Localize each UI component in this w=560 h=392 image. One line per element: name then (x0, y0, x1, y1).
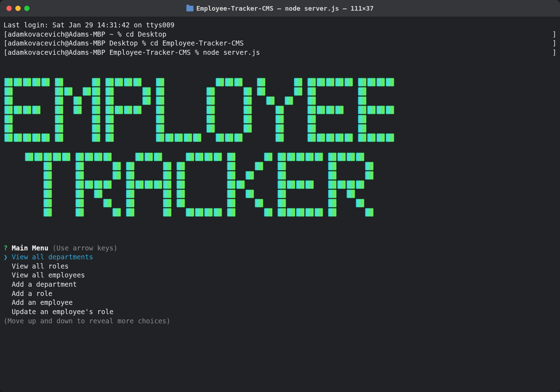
svg-rect-59 (174, 133, 183, 142)
svg-rect-158 (126, 171, 134, 180)
svg-rect-99 (307, 115, 316, 123)
svg-rect-225 (337, 180, 346, 189)
svg-rect-231 (356, 199, 364, 207)
svg-rect-24 (55, 96, 63, 105)
svg-rect-180 (186, 208, 194, 217)
svg-rect-101 (307, 133, 316, 142)
svg-rect-121 (376, 133, 385, 142)
menu-option[interactable]: Add an employee (4, 298, 556, 307)
svg-rect-43 (142, 96, 151, 105)
folder-icon (186, 6, 194, 11)
svg-rect-205 (278, 180, 286, 189)
svg-rect-122 (386, 133, 394, 142)
svg-rect-185 (264, 153, 273, 161)
svg-rect-88 (307, 78, 316, 86)
svg-rect-68 (243, 96, 252, 105)
svg-rect-34 (55, 133, 63, 142)
svg-rect-169 (126, 208, 134, 217)
svg-rect-113 (358, 106, 366, 114)
window-title: Employee-Tracker-CMS — node server.js — … (186, 5, 374, 12)
svg-rect-186 (227, 162, 236, 170)
titlebar[interactable]: Employee-Tracker-CMS — node server.js — … (0, 0, 560, 17)
maximize-button[interactable] (24, 6, 30, 11)
svg-rect-100 (307, 124, 316, 133)
menu-option[interactable]: View all employees (4, 271, 556, 280)
svg-rect-27 (55, 106, 63, 114)
svg-rect-184 (227, 153, 236, 161)
svg-rect-90 (326, 78, 334, 86)
svg-rect-120 (367, 133, 376, 142)
svg-rect-9 (23, 106, 31, 114)
svg-rect-91 (335, 78, 344, 86)
menu-option[interactable]: View all roles (4, 262, 556, 271)
pointer-icon: ❯ (4, 253, 7, 261)
svg-rect-155 (154, 153, 162, 161)
svg-rect-7 (4, 106, 13, 114)
svg-rect-37 (115, 78, 123, 86)
svg-rect-77 (234, 133, 243, 142)
svg-rect-134 (43, 208, 52, 217)
svg-rect-79 (294, 78, 302, 86)
svg-rect-133 (43, 199, 52, 207)
svg-rect-47 (133, 106, 142, 114)
svg-rect-125 (34, 153, 43, 161)
terminal-window: Employee-Tracker-CMS — node server.js — … (0, 0, 560, 392)
svg-rect-105 (344, 133, 353, 142)
svg-rect-3 (32, 78, 41, 86)
menu-header: ? Main Menu (Use arrow keys) (4, 244, 556, 253)
svg-rect-168 (163, 199, 171, 207)
close-button[interactable] (6, 6, 12, 11)
svg-rect-162 (144, 180, 153, 189)
svg-rect-152 (112, 208, 121, 217)
svg-rect-166 (163, 190, 171, 198)
svg-rect-11 (4, 115, 13, 123)
svg-rect-1 (14, 78, 22, 86)
svg-rect-4 (41, 78, 50, 86)
svg-rect-8 (14, 106, 22, 114)
menu-title: Main Menu (12, 244, 48, 252)
svg-rect-93 (307, 87, 316, 96)
menu-option[interactable]: Add a department (4, 280, 556, 289)
svg-rect-102 (317, 133, 325, 142)
svg-rect-42 (105, 96, 114, 105)
menu-option[interactable]: Update an employee's role (4, 307, 556, 317)
menu-option[interactable]: Add a role (4, 289, 556, 298)
svg-rect-131 (43, 180, 52, 189)
svg-rect-201 (305, 153, 314, 161)
svg-rect-204 (278, 171, 286, 180)
svg-rect-78 (257, 78, 265, 86)
svg-rect-210 (278, 199, 286, 207)
svg-rect-38 (124, 78, 132, 86)
svg-rect-149 (75, 199, 84, 207)
svg-rect-80 (257, 87, 265, 96)
svg-rect-208 (305, 180, 314, 189)
menu-option-selected[interactable]: ❯ View all departments (4, 253, 556, 262)
svg-rect-60 (184, 133, 192, 142)
svg-rect-95 (307, 106, 316, 114)
svg-rect-212 (287, 208, 295, 217)
svg-rect-164 (163, 180, 171, 189)
svg-rect-81 (294, 87, 302, 96)
prompt-line-2: [adamkovacevich@Adams-MBP Desktop % cd E… (4, 39, 556, 48)
svg-rect-32 (55, 124, 63, 133)
svg-rect-211 (278, 208, 286, 217)
svg-rect-139 (75, 162, 84, 170)
svg-rect-195 (255, 199, 263, 207)
svg-rect-129 (43, 162, 52, 170)
svg-rect-183 (213, 208, 222, 217)
terminal-body[interactable]: Last login: Sat Jan 29 14:31:42 on ttys0… (0, 17, 560, 392)
svg-rect-170 (163, 208, 171, 217)
svg-rect-163 (154, 180, 162, 189)
svg-rect-202 (315, 153, 323, 161)
svg-rect-70 (243, 106, 252, 114)
svg-rect-197 (264, 208, 273, 217)
svg-rect-151 (75, 208, 84, 217)
svg-rect-49 (105, 124, 114, 133)
svg-rect-29 (92, 106, 100, 114)
svg-rect-115 (376, 106, 385, 114)
svg-rect-33 (92, 124, 100, 133)
svg-rect-112 (358, 96, 366, 105)
svg-rect-194 (227, 199, 236, 207)
svg-rect-66 (243, 87, 252, 96)
minimize-button[interactable] (15, 6, 21, 11)
